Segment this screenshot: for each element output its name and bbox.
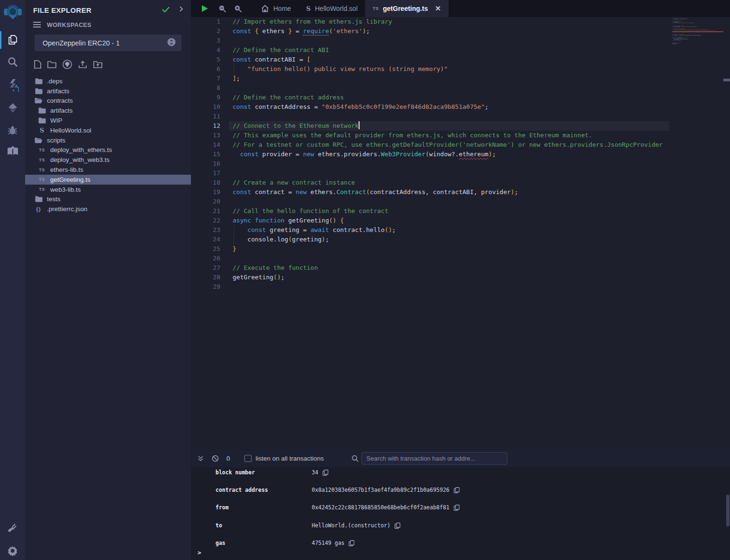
copy-icon[interactable]: [349, 540, 354, 546]
code-line-6[interactable]: 6 "function hello() public view returns …: [191, 64, 730, 74]
solidity-compiler-icon[interactable]: [6, 78, 19, 91]
copy-icon[interactable]: [454, 487, 460, 493]
tree-item-contracts[interactable]: contracts: [25, 96, 191, 106]
code-line-18[interactable]: 18// Create a new contract instance: [191, 178, 730, 187]
copy-icon[interactable]: [395, 523, 400, 529]
terminal-row-from: from0x42452c22c88178685850e68beb6cf0f2ae…: [191, 503, 730, 512]
line-number: 20: [191, 197, 220, 206]
file-explorer-icon[interactable]: [6, 33, 19, 46]
line-number: 9: [191, 93, 220, 102]
terminal-prompt[interactable]: >: [198, 549, 201, 556]
workspace-select[interactable]: OpenZeppelin ERC20 - 1: [35, 35, 181, 51]
tree-item-deploy_with_ethers.ts[interactable]: TSdeploy_with_ethers.ts: [25, 145, 191, 155]
ts-icon: TS: [38, 148, 46, 152]
settings-icon[interactable]: [6, 544, 19, 557]
terminal-row-contract-address: contract address0x8a120383e6057b1f3aef4f…: [191, 485, 730, 495]
code-line-10[interactable]: 10const contractAddress = "0xb54febb5c0c…: [191, 102, 730, 112]
code-line-21[interactable]: 21// Call the hello function of the cont…: [191, 206, 730, 216]
close-tab-icon[interactable]: ✕: [435, 4, 441, 13]
tree-item-label: artifacts: [47, 88, 69, 95]
code-line-24[interactable]: 24 console.log(greeting);: [191, 235, 730, 244]
code-line-2[interactable]: 2const { ethers } = require('ethers');: [191, 27, 730, 36]
search-icon[interactable]: [6, 55, 19, 69]
terminal-scrollbar[interactable]: [726, 495, 730, 526]
code-line-1[interactable]: 1// Import ethers from the ethers.js lib…: [191, 17, 730, 27]
tree-item-scripts[interactable]: scripts: [25, 135, 191, 145]
github-icon[interactable]: [63, 60, 72, 71]
code-line-16[interactable]: 16: [191, 159, 730, 169]
clear-console-icon[interactable]: [212, 455, 219, 462]
tree-item-label: HelloWorld.sol: [50, 127, 91, 134]
tree-item-WIP[interactable]: WIP: [25, 116, 191, 125]
tree-item-tests[interactable]: tests: [25, 195, 191, 204]
debugger-icon[interactable]: [6, 124, 19, 137]
code-editor[interactable]: 1// Import ethers from the ethers.js lib…: [191, 17, 730, 450]
upload-file-icon[interactable]: [78, 61, 87, 71]
code-line-29[interactable]: 29: [191, 282, 730, 292]
copy-icon[interactable]: [454, 505, 460, 511]
chevron-right-icon[interactable]: [179, 6, 183, 14]
code-line-5[interactable]: 5const contractABI = [: [191, 55, 730, 64]
new-folder-icon[interactable]: [47, 61, 56, 70]
code-line-7[interactable]: 7];: [191, 74, 730, 83]
terminal-search-input[interactable]: [361, 452, 507, 465]
code-line-27[interactable]: 27// Execute the function: [191, 263, 730, 273]
tab-HelloWorld.sol[interactable]: SHelloWorld.sol: [298, 0, 365, 17]
copy-icon[interactable]: [323, 470, 328, 476]
code-line-12[interactable]: 12// Connect to the Ethereum network: [191, 121, 730, 131]
code-line-25[interactable]: 25}: [191, 244, 730, 254]
tree-item-ethers-lib.ts[interactable]: TSethers-lib.ts: [25, 165, 191, 175]
ts-icon: TS: [38, 168, 46, 172]
tree-item-artifacts[interactable]: artifacts: [25, 106, 191, 116]
zoom-out-icon[interactable]: [215, 0, 229, 17]
code-line-4[interactable]: 4// Define the contract ABI: [191, 45, 730, 55]
code-line-11[interactable]: 11: [191, 112, 730, 121]
workspace-toggle-icon[interactable]: [167, 38, 176, 48]
tree-item-label: web3-lib.ts: [50, 186, 81, 193]
code-line-14[interactable]: 14// For a testnet or custom RPC, use et…: [191, 140, 730, 150]
check-icon[interactable]: [162, 6, 170, 14]
code-line-28[interactable]: 28getGreeting();: [191, 273, 730, 282]
tree-item-label: deploy_with_ethers.ts: [50, 146, 112, 153]
code-line-9[interactable]: 9// Define the contract address: [191, 93, 730, 102]
line-number: 1: [191, 17, 220, 27]
code-line-23[interactable]: 23 const greeting = await contract.hello…: [191, 225, 730, 235]
tree-item-web3-lib.ts[interactable]: TSweb3-lib.ts: [25, 185, 191, 195]
code-line-13[interactable]: 13// This example uses the default provi…: [191, 131, 730, 140]
tree-item-HelloWorld.sol[interactable]: SHelloWorld.sol: [25, 125, 191, 135]
hamburger-icon[interactable]: [33, 21, 41, 29]
listen-transactions-checkbox[interactable]: [244, 455, 252, 462]
code-line-3[interactable]: 3: [191, 36, 730, 45]
minimap[interactable]: // Import ethers from the ethers.js libr…: [672, 18, 723, 61]
tree-item-.prettierrc.json[interactable]: {}.prettierrc.json: [25, 204, 191, 214]
deploy-run-icon[interactable]: [6, 101, 19, 115]
code-line-22[interactable]: 22async function getGreeting() {: [191, 216, 730, 225]
tab-getGreeting.ts[interactable]: TSgetGreeting.ts✕: [365, 0, 449, 17]
zoom-in-icon[interactable]: [231, 0, 245, 17]
new-file-icon[interactable]: [34, 60, 41, 71]
remix-logo[interactable]: [4, 3, 22, 21]
tab-Home[interactable]: Home: [253, 0, 298, 17]
code-line-8[interactable]: 8: [191, 83, 730, 93]
run-script-button[interactable]: [198, 0, 212, 17]
tree-item-artifacts[interactable]: artifacts: [25, 86, 191, 96]
line-number: 26: [191, 254, 220, 263]
folder-open-icon: [35, 98, 43, 104]
code-line-17[interactable]: 17: [191, 169, 730, 178]
tree-item-getGreeting.ts[interactable]: TSgetGreeting.ts: [25, 175, 191, 185]
minimap-error-mark: [672, 31, 723, 32]
code-line-26[interactable]: 26: [191, 254, 730, 263]
line-number: 28: [191, 273, 220, 282]
code-line-20[interactable]: 20: [191, 197, 730, 206]
upload-folder-icon[interactable]: [93, 61, 102, 70]
tree-item-deploy_with_web3.ts[interactable]: TSdeploy_with_web3.ts: [25, 155, 191, 165]
plugin-manager-icon[interactable]: [6, 521, 19, 534]
terminal-row-value: HelloWorld.(constructor): [312, 522, 390, 529]
learneth-icon[interactable]: [6, 144, 19, 158]
line-number: 23: [191, 225, 220, 235]
code-line-19[interactable]: 19const contract = new ethers.Contract(c…: [191, 187, 730, 197]
code-line-15[interactable]: 15 const provider = new ethers.providers…: [191, 150, 730, 159]
workspaces-label: WORKSPACES: [47, 22, 91, 28]
expand-terminal-icon[interactable]: [198, 455, 204, 462]
tree-item-.deps[interactable]: .deps: [25, 76, 191, 86]
